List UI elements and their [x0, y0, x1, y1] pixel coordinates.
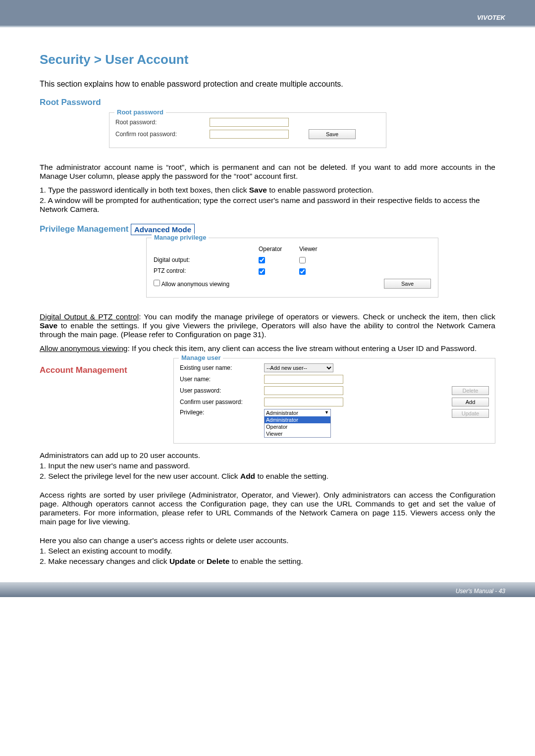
root-password-desc3: 2. A window will be prompted for authent… [40, 196, 495, 214]
confirm-user-password-input[interactable] [264, 398, 343, 406]
manage-user-legend: Manage user [179, 354, 223, 361]
allow-anonymous-label: Allow anonymous viewing [161, 281, 229, 288]
account-desc4: Access rights are sorted by user privile… [40, 491, 495, 526]
user-password-label: User password: [180, 387, 264, 394]
privilege-save-button[interactable]: Save [384, 279, 431, 289]
intro-text: This section explains how to enable pass… [40, 80, 495, 89]
footer-bar: User's Manual - 43 [0, 582, 535, 597]
privilege-option-viewer[interactable]: Viewer [265, 430, 330, 437]
header-bar: VIVOTEK [0, 0, 535, 27]
existing-user-select[interactable]: --Add new user-- [264, 363, 333, 372]
confirm-root-password-label: Confirm root password: [115, 131, 210, 138]
account-management-heading: Account Management [40, 358, 173, 375]
row-ptz-label: PTZ control: [154, 266, 258, 276]
privilege-select[interactable]: Administrator▼ Administrator Operator Vi… [264, 409, 331, 438]
add-button[interactable]: Add [452, 398, 489, 406]
update-button[interactable]: Update [452, 409, 489, 418]
col-viewer-header: Viewer [299, 244, 339, 254]
account-desc6: 1. Select an existing account to modify. [40, 547, 495, 555]
account-desc7: 2. Make necessary changes and click Upda… [40, 557, 495, 566]
chevron-down-icon: ▼ [324, 410, 329, 416]
account-desc5: Here you also can change a user's access… [40, 536, 495, 545]
root-password-fieldset: Root password Root password: Confirm roo… [109, 112, 386, 148]
user-name-input[interactable] [264, 375, 343, 384]
digital-output-operator-checkbox[interactable] [259, 257, 265, 263]
ptz-viewer-checkbox[interactable] [299, 268, 306, 275]
privilege-option-administrator[interactable]: Administrator [265, 416, 330, 423]
privilege-option-operator[interactable]: Operator [265, 423, 330, 430]
user-name-label: User name: [180, 376, 264, 383]
privilege-heading: Privilege Management [40, 224, 129, 234]
existing-user-label: Existing user name: [180, 364, 264, 371]
root-password-legend: Root password [114, 108, 166, 116]
privilege-desc-anon: Allow anonymous viewing: If you check th… [40, 344, 495, 353]
account-desc2: 1. Input the new user's name and passwor… [40, 461, 495, 470]
delete-button[interactable]: Delete [452, 386, 489, 395]
col-operator-header: Operator [259, 244, 298, 254]
user-password-input[interactable] [264, 386, 343, 395]
ptz-operator-checkbox[interactable] [259, 268, 265, 275]
confirm-user-password-label: Confirm user password: [180, 399, 264, 405]
manage-user-fieldset: Manage user Existing user name: --Add ne… [173, 358, 495, 444]
root-password-input[interactable] [210, 118, 289, 127]
privilege-legend: Manage privilege [152, 234, 209, 241]
brand-logo: VIVOTEK [477, 14, 505, 21]
privilege-desc-doptz: Digital Output & PTZ control: You can mo… [40, 312, 495, 339]
privilege-label: Privilege: [180, 409, 264, 416]
account-desc3: 2. Select the privilege level for the ne… [40, 472, 495, 481]
root-password-desc2: 1. Type the password identically in both… [40, 186, 495, 195]
root-password-heading: Root Password [40, 98, 495, 107]
footer-page-number: User's Manual - 43 [456, 588, 505, 595]
root-password-desc1: The administrator account name is “root”… [40, 163, 495, 181]
account-desc1: Administrators can add up to 20 user acc… [40, 451, 495, 460]
digital-output-viewer-checkbox[interactable] [299, 257, 306, 263]
row-digital-output-label: Digital output: [154, 255, 258, 265]
root-password-save-button[interactable]: Save [309, 129, 356, 139]
root-password-label: Root password: [115, 119, 210, 126]
confirm-root-password-input[interactable] [210, 130, 289, 139]
allow-anonymous-checkbox[interactable] [154, 280, 160, 286]
page-title: Security > User Account [40, 52, 495, 67]
privilege-fieldset: Manage privilege Operator Viewer Digital… [146, 238, 438, 298]
page-content: Security > User Account This section exp… [0, 27, 535, 582]
